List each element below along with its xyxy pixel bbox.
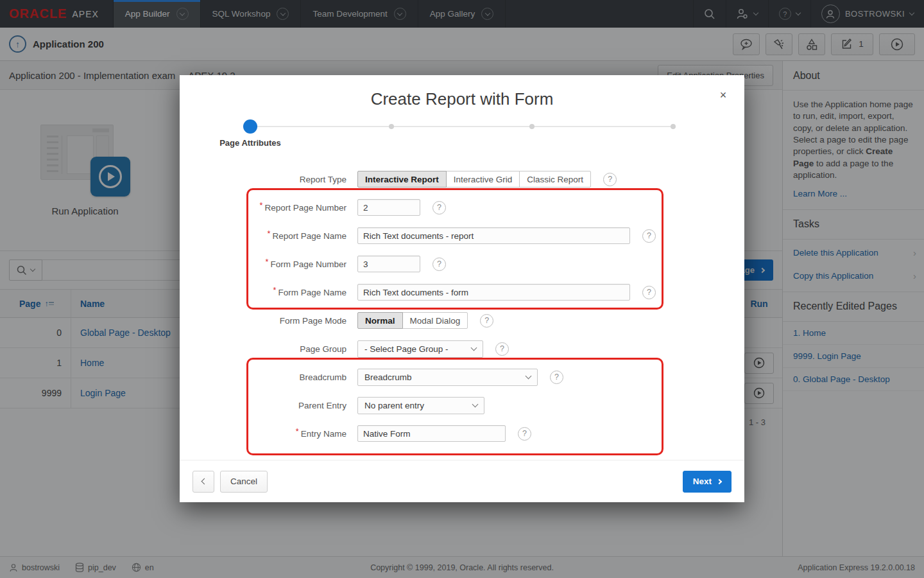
report-page-number-input[interactable] xyxy=(357,199,420,216)
parent-entry-select[interactable]: No parent entry xyxy=(357,397,484,414)
wizard-back-button[interactable] xyxy=(193,471,214,493)
parent-entry-label: Parent Entry xyxy=(180,401,346,410)
report-type-label: Report Type xyxy=(180,175,346,184)
required-asterisk: * xyxy=(296,427,299,436)
wizard-step-dot xyxy=(671,124,676,129)
entry-name-label: *Entry Name xyxy=(180,429,346,439)
help-icon[interactable]: ? xyxy=(432,201,446,215)
report-page-name-input[interactable] xyxy=(357,227,630,244)
report-page-name-label: *Report Page Name xyxy=(180,231,346,241)
required-asterisk: * xyxy=(268,229,271,238)
chevron-down-icon xyxy=(526,372,532,379)
page-group-select[interactable]: - Select Page Group - xyxy=(357,340,483,358)
wizard-step-dot xyxy=(389,124,394,129)
wizard-step-label: Page Attributes xyxy=(199,138,302,148)
help-icon[interactable]: ? xyxy=(550,371,563,384)
chevron-left-icon xyxy=(201,478,208,485)
report-type-button-group: Interactive Report Interactive Grid Clas… xyxy=(357,171,591,188)
required-asterisk: * xyxy=(273,286,277,295)
help-icon[interactable]: ? xyxy=(518,427,531,441)
help-icon[interactable]: ? xyxy=(642,286,656,299)
wizard-step-dot xyxy=(529,124,535,129)
form-page-number-label: *Form Page Number xyxy=(180,259,346,269)
create-report-with-form-dialog: Create Report with Form × Page Attribute… xyxy=(180,75,744,502)
breadcrumb-label: Breadcrumb xyxy=(180,372,346,382)
wizard-step-current xyxy=(243,119,257,134)
form-page-mode-modal-dialog[interactable]: Modal Dialog xyxy=(402,312,468,329)
form-page-name-label: *Form Page Name xyxy=(180,288,346,297)
chevron-down-icon xyxy=(471,344,477,351)
report-type-interactive-report[interactable]: Interactive Report xyxy=(357,171,447,188)
required-asterisk: * xyxy=(266,258,269,267)
breadcrumb-select[interactable]: Breadcrumb xyxy=(357,369,538,386)
next-button[interactable]: Next xyxy=(683,471,732,493)
help-icon[interactable]: ? xyxy=(480,314,493,328)
form-page-number-input[interactable] xyxy=(357,256,420,272)
form-page-mode-button-group: Normal Modal Dialog xyxy=(357,312,468,329)
form-page-name-input[interactable] xyxy=(357,284,630,301)
page-group-label: Page Group xyxy=(180,344,346,354)
chevron-down-icon xyxy=(472,401,479,407)
cancel-button[interactable]: Cancel xyxy=(220,471,268,493)
chevron-right-icon xyxy=(717,478,722,484)
help-icon[interactable]: ? xyxy=(642,229,656,243)
report-type-classic-report[interactable]: Classic Report xyxy=(519,171,591,188)
help-icon[interactable]: ? xyxy=(432,258,446,271)
report-page-number-label: *Report Page Number xyxy=(180,203,346,213)
form-page-mode-label: Form Page Mode xyxy=(180,316,346,326)
dialog-title: Create Report with Form xyxy=(180,89,744,109)
form-page-mode-normal[interactable]: Normal xyxy=(357,312,403,329)
entry-name-input[interactable] xyxy=(357,425,506,442)
required-asterisk: * xyxy=(260,201,263,210)
help-icon[interactable]: ? xyxy=(603,173,617,186)
wizard-progress-line xyxy=(250,126,673,127)
close-icon[interactable]: × xyxy=(715,87,732,103)
help-icon[interactable]: ? xyxy=(495,342,509,356)
report-type-interactive-grid[interactable]: Interactive Grid xyxy=(446,171,520,188)
